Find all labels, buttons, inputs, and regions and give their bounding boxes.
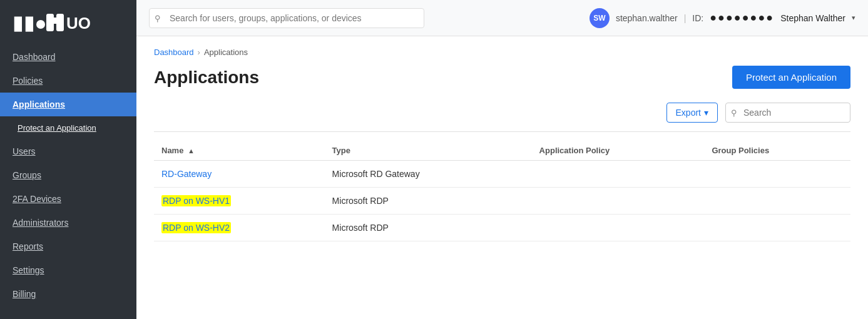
topbar-user-area: SW stephan.walther | ID: ●●●●●●●● Stepha… [590, 8, 855, 28]
sidebar-item-applications[interactable]: Applications [0, 93, 136, 116]
cell-app-policy [532, 215, 705, 241]
cell-type: Microsoft RDP [325, 188, 532, 215]
duo-logo-svg: UO [46, 11, 90, 34]
cell-group-policies [704, 161, 850, 188]
highlighted-app-name: RDP on WS-HV1 [161, 195, 231, 206]
table-body: RD-Gateway Microsoft RD Gateway RDP on W… [154, 161, 850, 241]
page-title: Applications [154, 68, 259, 88]
topbar-divider: | [684, 13, 687, 23]
global-search-icon: ⚲ [155, 13, 161, 23]
col-group-policies: Group Policies [704, 141, 850, 161]
table-row: RD-Gateway Microsoft RD Gateway [154, 161, 850, 188]
table-search-input[interactable] [725, 103, 850, 123]
col-name[interactable]: Name ▲ [154, 141, 325, 161]
cell-group-policies [704, 188, 850, 215]
sidebar-item-users[interactable]: Users [0, 139, 136, 163]
cell-type: Microsoft RD Gateway [325, 161, 532, 188]
svg-text:UO: UO [66, 14, 90, 33]
sidebar-item-2fa-devices[interactable]: 2FA Devices [0, 187, 136, 211]
cell-name: RDP on WS-HV1 [154, 188, 325, 215]
id-label: ID: [692, 13, 703, 23]
svg-rect-2 [52, 18, 59, 24]
username-label: stephan.walther [616, 13, 678, 23]
content-area: Dashboard › Applications Applications Pr… [136, 36, 868, 259]
cell-name: RDP on WS-HV2 [154, 215, 325, 241]
breadcrumb-home[interactable]: Dashboard [154, 48, 194, 57]
logo-text: ▮▮ [13, 12, 46, 34]
sidebar-nav: Dashboard Policies Applications Protect … [0, 45, 136, 319]
sidebar-item-groups[interactable]: Groups [0, 163, 136, 187]
sort-arrow-icon: ▲ [188, 147, 195, 154]
cell-group-policies [704, 215, 850, 241]
cell-type: Microsoft RDP [325, 215, 532, 241]
breadcrumb: Dashboard › Applications [154, 48, 850, 57]
logo-area: ▮▮ UO [0, 0, 136, 45]
app-link[interactable]: RD-Gateway [161, 169, 212, 179]
sidebar-item-settings[interactable]: Settings [0, 258, 136, 282]
app-link[interactable]: RDP on WS-HV2 [161, 222, 231, 233]
sidebar: ▮▮ UO Dashboard Policies Applications Pr… [0, 0, 136, 319]
export-button[interactable]: Export ▾ [666, 103, 718, 123]
breadcrumb-current: Applications [204, 48, 248, 57]
page-header: Applications Protect an Application [154, 66, 850, 89]
sidebar-item-dashboard[interactable]: Dashboard [0, 45, 136, 69]
user-dropdown-caret[interactable]: ▾ [852, 14, 855, 22]
cell-app-policy [532, 161, 705, 188]
col-application-policy: Application Policy [532, 141, 705, 161]
duo-logo: ▮▮ UO [13, 11, 124, 34]
main-content: ⚲ SW stephan.walther | ID: ●●●●●●●● Step… [136, 0, 868, 319]
global-search-input[interactable] [149, 8, 424, 28]
col-type: Type [325, 141, 532, 161]
full-name[interactable]: Stephan Walther [780, 13, 845, 23]
table-search-icon: ⚲ [731, 108, 737, 118]
cell-name: RD-Gateway [154, 161, 325, 188]
global-search-wrap: ⚲ [149, 8, 424, 28]
table-search-wrap: ⚲ [725, 103, 850, 123]
highlighted-app-name: RDP on WS-HV2 [161, 222, 231, 233]
id-value: ●●●●●●●● [710, 11, 774, 24]
protect-application-button[interactable]: Protect an Application [732, 66, 850, 89]
sidebar-item-reports[interactable]: Reports [0, 235, 136, 258]
sidebar-item-protect-application[interactable]: Protect an Application [0, 116, 136, 139]
table-toolbar: Export ▾ ⚲ [154, 103, 850, 132]
app-link[interactable]: RDP on WS-HV1 [161, 195, 231, 206]
cell-app-policy [532, 188, 705, 215]
topbar: ⚲ SW stephan.walther | ID: ●●●●●●●● Step… [136, 0, 868, 36]
sidebar-item-policies[interactable]: Policies [0, 69, 136, 93]
table-header: Name ▲ Type Application Policy Group Pol… [154, 141, 850, 161]
table-row: RDP on WS-HV2 Microsoft RDP [154, 215, 850, 241]
breadcrumb-separator: › [198, 48, 200, 57]
table-row: RDP on WS-HV1 Microsoft RDP [154, 188, 850, 215]
applications-table: Name ▲ Type Application Policy Group Pol… [154, 141, 850, 241]
sidebar-item-administrators[interactable]: Administrators [0, 211, 136, 235]
sidebar-item-billing[interactable]: Billing [0, 282, 136, 306]
avatar: SW [590, 8, 610, 28]
export-caret-icon: ▾ [704, 108, 708, 118]
